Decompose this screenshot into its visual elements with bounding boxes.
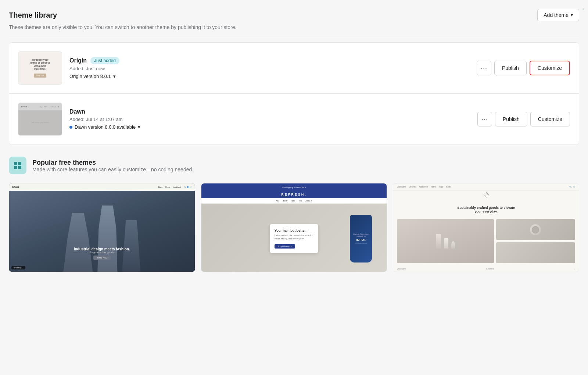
origin-version-chevron[interactable]: ▾ [113, 74, 116, 79]
craft-footer-ceramics: Ceramics [486, 268, 494, 270]
popular-section: Popular free themes Made with core featu… [9, 154, 579, 272]
dawn-card-logo: DAWN [12, 186, 19, 188]
free-theme-dawn[interactable]: DAWN Bags Dress Lookbook 🔍 👤 🛒 [9, 183, 195, 272]
dawn-card-content: Industrial design meets fashion. Regular… [74, 247, 130, 263]
dawn-nav-dress: Dress [44, 106, 48, 108]
nav-body: Body [283, 200, 287, 202]
svg-marker-4 [484, 192, 489, 197]
craft-nav-fabric: Fabric [431, 186, 436, 188]
divider [9, 36, 579, 36]
popular-subtitle: Made with core features you can easily c… [32, 167, 193, 172]
craft-nav: Glassware Ceramics Woodwork Fabric Rugs … [397, 186, 451, 188]
bottle-subtitle: Wash & StrengthenSHAMPOO [353, 233, 369, 238]
dawn-preview-top: DAWN Bags Dress Lookbook ⊞ [18, 103, 62, 110]
free-theme-refresh[interactable]: Free shipping on orders $40+ REFRESH. 🛒 … [201, 183, 387, 272]
dawn-nav: Bags Dress Lookbook ⊞ [40, 106, 59, 108]
refresh-product-desc: Lather up with our newest shampoo for cl… [275, 234, 313, 240]
dawn-actions: ··· Publish Customize [477, 112, 570, 126]
craft-img-side [496, 219, 575, 263]
dawn-customize-button[interactable]: Customize [530, 112, 570, 126]
refresh-card-header: Free shipping on orders $40+ [201, 183, 387, 191]
add-theme-button[interactable]: Add theme ▾ [537, 9, 579, 21]
popular-section-icon [9, 157, 26, 174]
refresh-card-image: Free shipping on orders $40+ REFRESH. 🛒 … [201, 183, 387, 272]
nav-hair: Hair [276, 200, 279, 202]
svg-marker-5 [485, 193, 488, 196]
just-added-badge: Just added [90, 57, 119, 64]
origin-added: Added: Just now [69, 66, 469, 71]
refresh-card-bg: Free shipping on orders $40+ REFRESH. 🛒 … [201, 183, 387, 272]
origin-info: Origin Just added Added: Just now Origin… [69, 57, 469, 79]
dawn-nav-icons-card: 🔍 👤 🛒 [184, 186, 192, 188]
craft-footer-nav: Glassware Ceramics › [397, 266, 575, 270]
free-theme-craft[interactable]: Glassware Ceramics Woodwork Fabric Rugs … [393, 183, 579, 272]
origin-version: Origin version 8.0.1 ▾ [69, 74, 469, 79]
dawn-info: Dawn Added: Jul 14 at 1:07 am Dawn versi… [69, 108, 470, 130]
dawn-version-chevron[interactable]: ▾ [138, 124, 140, 130]
nav-face: Face [291, 200, 295, 202]
dawn-preview-text: Talk about your brand [31, 121, 49, 124]
dawn-sub-tagline: Regular online goods [74, 251, 130, 254]
popular-title: Popular free themes [32, 159, 193, 167]
craft-search-icon: 🔍 [569, 186, 571, 188]
dawn-added: Added: Jul 14 at 1:07 am [69, 117, 470, 122]
origin-name: Origin [69, 57, 87, 64]
craft-logo-row [393, 190, 579, 199]
refresh-card-body: Your hair, but better. Lather up with ou… [201, 204, 387, 272]
craft-images-row [397, 219, 575, 263]
dawn-publish-button[interactable]: Publish [495, 112, 527, 126]
dawn-nav-lookbook-card: Lookbook [173, 186, 181, 188]
bottle-shape: Wash & StrengthenSHAMPOO HURON. 13.7 fl … [350, 215, 372, 262]
dawn-name-row: Dawn [69, 108, 470, 115]
glass-1 [436, 234, 441, 249]
origin-actions: ··· Publish Customize [477, 61, 570, 75]
origin-more-button[interactable]: ··· [477, 61, 491, 75]
craft-glassware [436, 234, 455, 249]
bottle-size: 13.7 fl oz / 405 mL [353, 242, 369, 244]
svg-rect-3 [18, 166, 21, 169]
dawn-preview: DAWN Bags Dress Lookbook ⊞ Talk about yo… [18, 103, 62, 135]
dawn-nav-icons: ⊞ [58, 106, 59, 108]
update-dot [69, 126, 72, 129]
nav-kits: Kits [299, 200, 302, 202]
refresh-brand-header: REFRESH. 🛒 [201, 191, 387, 198]
craft-card-body: Sustainably crafted goods to elevateyour… [393, 199, 579, 272]
origin-customize-button[interactable]: Customize [530, 61, 570, 75]
page-container: Theme library Add theme ▾ These themes a… [0, 0, 588, 375]
origin-publish-button[interactable]: Publish [494, 61, 527, 75]
craft-img-main [397, 219, 494, 263]
theme-item-origin: Introduce yourbrand or productwith a bol… [9, 43, 579, 93]
dawn-footer-badge: e-vintag... [11, 266, 25, 269]
svg-rect-1 [18, 162, 21, 165]
refresh-product-box: Your hair, but better. Lather up with ou… [270, 224, 318, 253]
origin-preview: Introduce yourbrand or productwith a bol… [31, 58, 50, 78]
craft-card-header: Glassware Ceramics Woodwork Fabric Rugs … [393, 183, 579, 190]
refresh-bottle-container: Wash & StrengthenSHAMPOO HURON. 13.7 fl … [350, 204, 372, 272]
nav-about: About ▾ [305, 200, 312, 202]
dawn-nav-bags: Bags [40, 106, 43, 108]
bottle-brand: HURON. [353, 239, 369, 241]
themes-grid: DAWN Bags Dress Lookbook 🔍 👤 🛒 [9, 183, 579, 272]
craft-plate-bg [496, 219, 575, 240]
grid-icon [12, 160, 23, 171]
craft-header-icons: 🔍 🛒 [569, 186, 575, 188]
craft-cart-icon: 🛒 [573, 186, 575, 188]
craft-card-bg: Glassware Ceramics Woodwork Fabric Rugs … [393, 183, 579, 272]
craft-plate-inner [532, 226, 539, 233]
craft-footer-separator: › [574, 268, 575, 270]
svg-rect-0 [14, 162, 17, 165]
dawn-name: Dawn [69, 108, 85, 115]
craft-plate [530, 224, 541, 235]
dawn-tagline: Industrial design meets fashion. [74, 247, 130, 251]
section-header: Popular free themes Made with core featu… [9, 154, 579, 177]
craft-footer-glassware: Glassware [397, 268, 406, 270]
bottle-inner: Wash & StrengthenSHAMPOO HURON. 13.7 fl … [353, 233, 369, 244]
craft-nav-ceramics: Ceramics [409, 186, 416, 188]
refresh-card-nav: Hair Body Face Kits About ▾ [201, 198, 387, 204]
refresh-brand-name: REFRESH. [281, 193, 307, 196]
dawn-preview-tagline: Talk about your brand [31, 121, 49, 124]
dawn-more-button[interactable]: ··· [477, 112, 492, 126]
dawn-nav-dress-card: Dress [165, 186, 170, 188]
origin-version-text: Origin version 8.0.1 [69, 74, 111, 79]
theme-library-card: Introduce yourbrand or productwith a bol… [9, 42, 579, 145]
